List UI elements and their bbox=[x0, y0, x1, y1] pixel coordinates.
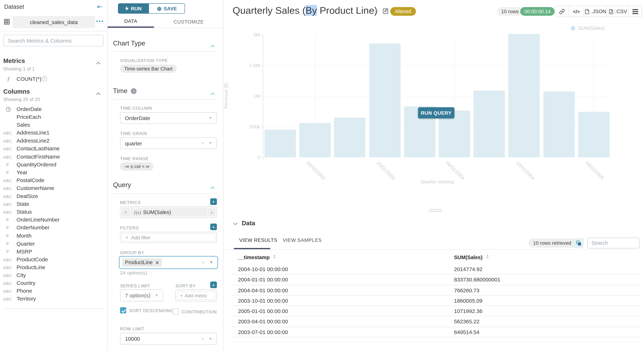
table-row[interactable]: 2003-04-01 00:00:00562365.22 bbox=[232, 316, 640, 327]
explore-app: Dataset ⇤ cleaned_sales_data ••• Metrics… bbox=[0, 0, 644, 351]
bar-2003-07-01[interactable] bbox=[334, 118, 366, 157]
tab-view-samples[interactable]: VIEW SAMPLES bbox=[282, 237, 322, 243]
chart-legend[interactable]: SUM(Sales) bbox=[571, 25, 605, 31]
bar-2004-10-01[interactable] bbox=[508, 34, 540, 157]
bar-2003-10-01[interactable] bbox=[369, 44, 400, 157]
column-list-item[interactable]: ABCState bbox=[0, 200, 108, 208]
bar-2003-01-01[interactable] bbox=[264, 130, 296, 158]
chevron-up-icon[interactable] bbox=[211, 43, 214, 50]
time-range-value[interactable]: -∞ ≤ col < ∞ bbox=[120, 162, 153, 170]
help-icon[interactable]: ? bbox=[42, 76, 47, 82]
visualization-type-value[interactable]: Time-series Bar Chart bbox=[120, 64, 177, 73]
sum-sales-cell: 2014774.92 bbox=[454, 266, 482, 272]
column-list-item[interactable]: ABCDealSize bbox=[0, 192, 108, 200]
x-axis-tick-label: 04/01/2004 bbox=[445, 160, 466, 180]
divider bbox=[224, 249, 641, 250]
tab-customize[interactable]: CUSTOMIZE bbox=[154, 16, 224, 28]
clear-icon[interactable]: × bbox=[201, 140, 204, 146]
column-list-item[interactable]: ABCCountry bbox=[0, 280, 108, 287]
add-metric-icon[interactable]: + bbox=[210, 198, 217, 205]
column-list-item[interactable]: OrderDate bbox=[0, 106, 108, 114]
clear-icon[interactable]: × bbox=[201, 336, 204, 342]
column-list-item[interactable]: PriceEach bbox=[0, 114, 108, 121]
filters-dropzone[interactable]: +Add filter bbox=[120, 232, 217, 243]
search-metrics-columns-input[interactable] bbox=[4, 35, 104, 46]
dataset-name[interactable]: cleaned_sales_data bbox=[12, 16, 95, 28]
column-list-item[interactable]: ABCStatus bbox=[0, 208, 108, 216]
sort-by-dropzone[interactable]: +Add metric bbox=[176, 290, 217, 302]
column-list-item[interactable]: #MSRP bbox=[0, 248, 108, 256]
table-row[interactable]: 2003-10-01 00:00:001860005.09 bbox=[232, 296, 640, 306]
column-list-item[interactable]: ABCProductCode bbox=[0, 256, 108, 264]
bar-2005-04-01[interactable] bbox=[578, 112, 610, 157]
column-list-item[interactable]: ABCCustomerName bbox=[0, 184, 108, 192]
columns-collapse-icon[interactable] bbox=[97, 90, 100, 98]
column-list-item[interactable]: ABCContactFirstName bbox=[0, 153, 108, 161]
column-list-item[interactable]: #QuantityOrdered bbox=[0, 161, 108, 169]
run-query-button[interactable]: RUN QUERY bbox=[418, 107, 454, 118]
control-tabs: DATA CUSTOMIZE bbox=[108, 16, 224, 28]
results-search-input[interactable] bbox=[587, 238, 639, 248]
column-header-timestamp[interactable]: __timestamp bbox=[238, 255, 276, 260]
column-list-item[interactable]: ABCAddressLine1 bbox=[0, 129, 108, 137]
column-list-item[interactable]: #OrderLineNumber bbox=[0, 216, 108, 224]
column-list-item[interactable]: ABCTerritory bbox=[0, 295, 108, 303]
column-name: OrderNumber bbox=[16, 224, 50, 231]
column-list-item[interactable]: ABCContactLastName bbox=[0, 145, 108, 153]
text-type-icon: ABC bbox=[4, 202, 12, 207]
add-sort-metric-icon[interactable]: + bbox=[210, 282, 217, 288]
bar-2003-04-01[interactable] bbox=[299, 123, 331, 157]
time-grain-label: TIME GRAIN bbox=[120, 131, 147, 136]
chevron-up-icon[interactable] bbox=[211, 90, 214, 98]
column-list-item[interactable]: ABCPhone bbox=[0, 287, 108, 295]
table-row[interactable]: 2005-01-01 00:00:001071992.36 bbox=[232, 306, 640, 316]
chevron-up-icon[interactable] bbox=[211, 184, 214, 192]
time-column-select[interactable]: OrderDate ▼ bbox=[120, 112, 217, 124]
column-list-item[interactable]: ABCProductLine bbox=[0, 264, 108, 272]
sum-sales-cell: 833730.680000001 bbox=[454, 277, 500, 283]
chevron-right-icon[interactable]: › bbox=[208, 208, 216, 216]
run-button[interactable]: RUN bbox=[118, 4, 149, 14]
save-button[interactable]: ⊕ SAVE bbox=[148, 4, 185, 14]
y-axis-tick bbox=[261, 66, 263, 66]
group-by-select[interactable]: ProductLine ✕ × ▼ bbox=[119, 256, 218, 269]
column-list-item[interactable]: #Year bbox=[0, 169, 108, 177]
column-list-item[interactable]: #Month bbox=[0, 232, 108, 240]
add-filter-icon[interactable]: + bbox=[210, 224, 217, 230]
remove-tag-icon[interactable]: ✕ bbox=[156, 260, 159, 265]
metric-list-item[interactable]: ƒ COUNT(*) ? bbox=[0, 75, 108, 83]
column-list-item[interactable]: ABCAddressLine2 bbox=[0, 137, 108, 145]
metrics-collapse-icon[interactable] bbox=[97, 60, 100, 67]
divider bbox=[113, 193, 217, 194]
time-grain-select[interactable]: quarter × ▼ bbox=[120, 138, 217, 149]
rows-retrieved-badge: 10 rows retrieved bbox=[528, 238, 576, 248]
pane-resize-handle[interactable] bbox=[429, 209, 442, 213]
column-header-sum-sales[interactable]: SUM(Sales) bbox=[454, 255, 488, 260]
data-section-header[interactable]: Data bbox=[234, 220, 255, 226]
column-list-item[interactable]: #OrderNumber bbox=[0, 224, 108, 232]
sort-descending-checkbox[interactable]: SORT DESCENDING bbox=[120, 306, 174, 314]
dataset-options-icon[interactable]: ••• bbox=[96, 18, 104, 24]
metric-item[interactable]: × ƒ(x) SUM(Sales) › bbox=[120, 206, 217, 218]
table-row-partial bbox=[232, 338, 640, 342]
bar-2005-01-01[interactable] bbox=[543, 92, 575, 157]
row-limit-select[interactable]: 10000 × ▼ bbox=[120, 333, 217, 345]
remove-metric-icon[interactable]: × bbox=[121, 208, 130, 216]
contribution-checkbox[interactable]: CONTRIBUTION bbox=[172, 308, 226, 315]
tab-data[interactable]: DATA bbox=[108, 16, 154, 28]
table-row[interactable]: 2004-10-01 00:00:002014774.92 bbox=[232, 264, 640, 275]
series-limit-select[interactable]: 7 option(s) ▼ bbox=[120, 290, 163, 302]
collapse-sidebar-icon[interactable]: ⇤ bbox=[97, 3, 102, 10]
column-name: AddressLine1 bbox=[16, 130, 50, 136]
bar-2004-07-01[interactable] bbox=[474, 90, 505, 157]
table-row[interactable]: 2004-04-01 00:00:00766260.73 bbox=[232, 285, 640, 296]
column-list-item[interactable]: ABCCity bbox=[0, 272, 108, 280]
tab-view-results[interactable]: VIEW RESULTS bbox=[239, 237, 278, 243]
table-row[interactable]: 2003-07-01 00:00:00649514.54 bbox=[232, 327, 640, 338]
table-row[interactable]: 2004-01-01 00:00:00833730.680000001 bbox=[232, 275, 640, 285]
copy-data-button[interactable] bbox=[574, 238, 584, 248]
column-list-item[interactable]: #Quarter bbox=[0, 240, 108, 248]
clear-icon[interactable]: × bbox=[202, 260, 205, 265]
column-list-item[interactable]: ABCPostalCode bbox=[0, 177, 108, 184]
column-list-item[interactable]: Sales bbox=[0, 122, 108, 129]
